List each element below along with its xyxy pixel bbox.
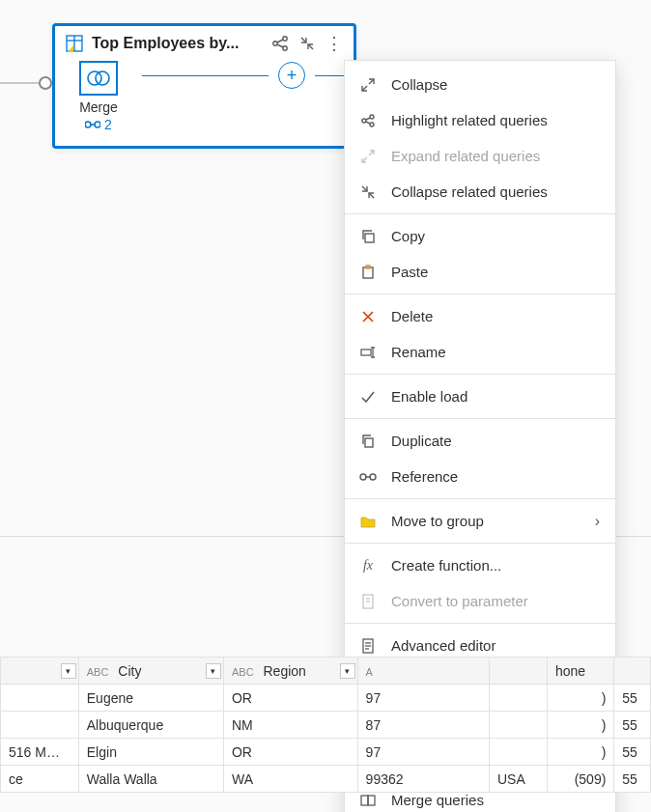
menu-collapse-related[interactable]: Collapse related queries xyxy=(345,174,615,210)
cell[interactable] xyxy=(489,685,547,712)
menu-create-function[interactable]: fx Create function... xyxy=(345,547,615,583)
menu-label: Move to group xyxy=(391,513,581,529)
cell[interactable]: 55 xyxy=(614,766,651,793)
collapse-node-icon[interactable] xyxy=(297,34,317,53)
type-tag: ABC xyxy=(232,666,254,678)
menu-paste[interactable]: Paste xyxy=(345,254,615,290)
menu-reference[interactable]: Reference xyxy=(345,459,615,494)
cell[interactable]: Eugene xyxy=(78,685,223,712)
upstream-node-dot[interactable] xyxy=(39,76,52,90)
menu-convert-to-parameter: Convert to parameter xyxy=(345,583,615,619)
related-queries-icon[interactable] xyxy=(270,34,290,53)
cell[interactable]: (509) xyxy=(548,766,614,793)
menu-label: Copy xyxy=(391,228,600,244)
table-row[interactable]: Eugene OR 97 ) 55 xyxy=(1,685,651,712)
cell[interactable]: Elgin xyxy=(78,739,223,766)
menu-label: Rename xyxy=(391,344,600,360)
diagram-canvas[interactable]: Top Employees by... ⋮ xyxy=(0,0,651,812)
step-out-connector xyxy=(315,75,344,76)
cell[interactable] xyxy=(1,712,79,739)
menu-move-to-group[interactable]: Move to group › xyxy=(345,503,615,539)
column-label: City xyxy=(118,663,141,679)
menu-highlight-related[interactable]: Highlight related queries xyxy=(345,102,615,138)
menu-label: Expand related queries xyxy=(391,148,600,164)
menu-expand-related: Expand related queries xyxy=(345,138,615,174)
folder-icon xyxy=(358,512,378,531)
column-header[interactable]: ▾ xyxy=(1,658,79,685)
query-table-icon xyxy=(65,34,84,53)
cell[interactable]: 97 xyxy=(357,739,489,766)
cell[interactable]: 55 xyxy=(614,739,651,766)
column-header-city[interactable]: ABC City ▾ xyxy=(78,658,223,685)
related-count[interactable]: 2 xyxy=(85,117,112,132)
step-connector xyxy=(142,75,269,76)
table-row[interactable]: Albuquerque NM 87 ) 55 xyxy=(1,712,651,739)
table-header-row: ▾ ABC City ▾ ABC Region ▾ A hone xyxy=(1,658,651,685)
menu-collapse[interactable]: Collapse xyxy=(345,67,615,102)
cell[interactable]: NM xyxy=(223,712,357,739)
menu-label: Reference xyxy=(391,468,600,485)
cell[interactable]: ) xyxy=(548,712,614,739)
column-header[interactable] xyxy=(489,658,547,685)
column-label: hone xyxy=(555,663,585,679)
column-dropdown-icon[interactable]: ▾ xyxy=(340,663,355,679)
more-options-icon[interactable]: ⋮ xyxy=(325,34,344,53)
rename-icon xyxy=(358,343,378,362)
menu-label: Paste xyxy=(391,264,600,280)
cell[interactable]: WA xyxy=(223,766,357,793)
menu-label: Delete xyxy=(391,308,600,324)
column-header-region[interactable]: ABC Region ▾ xyxy=(223,658,357,685)
step-merge[interactable]: Merge 2 xyxy=(65,61,132,132)
cell[interactable] xyxy=(489,712,547,739)
cell[interactable]: ce xyxy=(1,766,79,793)
svg-rect-44 xyxy=(368,796,375,805)
cell[interactable]: OR xyxy=(223,739,357,766)
svg-line-7 xyxy=(277,40,283,42)
query-title: Top Employees by... xyxy=(92,35,263,52)
cell[interactable]: Albuquerque xyxy=(78,712,223,739)
upstream-connector xyxy=(0,82,43,84)
svg-rect-24 xyxy=(365,438,373,447)
column-header[interactable] xyxy=(614,658,651,685)
menu-duplicate[interactable]: Duplicate xyxy=(345,423,615,459)
editor-icon xyxy=(358,636,378,656)
cell[interactable]: 99362 xyxy=(357,766,489,793)
menu-rename[interactable]: Rename xyxy=(345,334,615,370)
menu-enable-load[interactable]: Enable load xyxy=(345,378,615,414)
cell[interactable] xyxy=(1,685,79,712)
cell[interactable]: ) xyxy=(548,739,614,766)
add-step-button[interactable]: + xyxy=(278,62,305,89)
menu-delete[interactable]: Delete xyxy=(345,298,615,334)
cell[interactable]: 97 xyxy=(357,685,489,712)
column-header[interactable]: A xyxy=(357,658,489,685)
table-row[interactable]: ce Walla Walla WA 99362 USA (509) 55 xyxy=(1,766,651,793)
svg-rect-19 xyxy=(366,266,370,268)
svg-point-6 xyxy=(283,46,287,50)
related-count-value: 2 xyxy=(104,117,112,132)
column-dropdown-icon[interactable]: ▾ xyxy=(206,663,221,679)
cell[interactable]: Walla Walla xyxy=(78,766,223,793)
menu-separator xyxy=(345,213,615,214)
cell[interactable]: 55 xyxy=(614,712,651,739)
svg-point-9 xyxy=(88,71,101,85)
cell[interactable]: OR xyxy=(223,685,357,712)
column-header-phone[interactable]: hone xyxy=(548,658,614,685)
cell[interactable]: USA xyxy=(489,766,547,793)
query-node[interactable]: Top Employees by... ⋮ xyxy=(52,23,356,149)
copy-icon xyxy=(358,227,378,246)
data-preview-table[interactable]: ▾ ABC City ▾ ABC Region ▾ A hone xyxy=(0,657,651,793)
column-dropdown-icon[interactable]: ▾ xyxy=(61,663,76,679)
menu-label: Create function... xyxy=(391,557,600,574)
cell[interactable]: ) xyxy=(548,685,614,712)
cell[interactable]: 87 xyxy=(357,712,489,739)
table-row[interactable]: 516 M… Elgin OR 97 ) 55 xyxy=(1,739,651,766)
cell[interactable]: 55 xyxy=(614,685,651,712)
cell[interactable]: 516 M… xyxy=(1,739,79,766)
menu-label: Duplicate xyxy=(391,433,600,449)
merge-step-icon xyxy=(79,61,118,96)
svg-point-4 xyxy=(273,42,277,45)
cell[interactable] xyxy=(489,739,547,766)
menu-copy[interactable]: Copy xyxy=(345,218,615,254)
menu-label: Enable load xyxy=(391,388,600,405)
svg-point-14 xyxy=(370,123,374,126)
